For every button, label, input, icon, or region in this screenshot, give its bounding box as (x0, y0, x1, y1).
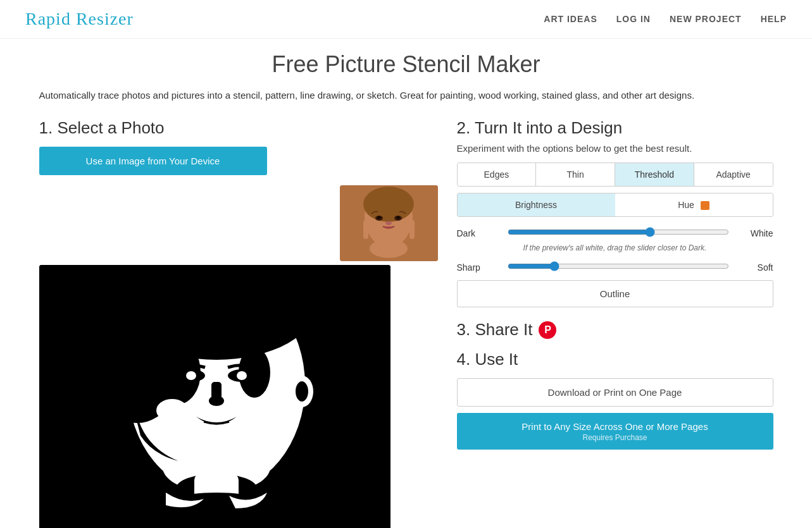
logo[interactable]: Rapid Resizer (25, 9, 134, 29)
brightness-slider[interactable] (508, 227, 729, 237)
photo-area (39, 185, 438, 528)
hue-color-dot (701, 201, 709, 210)
svg-rect-31 (211, 382, 222, 404)
right-column: 2. Turn It into a Design Experiment with… (457, 118, 773, 528)
svg-point-28 (248, 401, 273, 420)
step2-heading: 2. Turn It into a Design (457, 118, 773, 138)
svg-rect-8 (363, 220, 368, 239)
nav-login[interactable]: LOG IN (616, 14, 651, 24)
print-button-text: Print to Any Size Across One or More Pag… (522, 421, 708, 432)
stencil-svg (39, 265, 390, 528)
logo-text: Rapid Resizer (25, 9, 134, 28)
brightness-hint: If the preview's all white, drag the sli… (457, 243, 773, 252)
nav-links: ART IDEAS LOG IN NEW PROJECT HELP (544, 13, 787, 25)
mode-tabs: Edges Thin Threshold Adaptive (457, 163, 773, 187)
svg-point-26 (153, 300, 280, 350)
step3-heading-text: 3. Share It (457, 320, 533, 340)
brightness-left-label: Dark (457, 228, 501, 238)
upload-image-button[interactable]: Use an Image from Your Device (39, 147, 267, 175)
filter-tabs: Brightness Hue (457, 193, 773, 217)
page-subtitle: Automatically trace photos and pictures … (39, 88, 773, 103)
tab-hue[interactable]: Hue (615, 193, 773, 216)
source-photo-thumbnail (340, 185, 438, 261)
step1-heading: 1. Select a Photo (39, 118, 438, 138)
tab-brightness[interactable]: Brightness (458, 193, 615, 216)
svg-point-7 (385, 221, 392, 225)
svg-point-6 (396, 216, 400, 219)
nav-help[interactable]: HELP (761, 14, 787, 24)
outline-button[interactable]: Outline (457, 280, 773, 307)
download-print-button[interactable]: Download or Print on One Page (457, 378, 773, 407)
hint-dark-word: Dark (689, 243, 704, 252)
sharpness-left-label: Sharp (457, 262, 501, 273)
step3-heading: 3. Share It P (457, 320, 773, 340)
step4-section: 4. Use It Download or Print on One Page … (457, 350, 773, 450)
page-title: Free Picture Stencil Maker (39, 51, 773, 78)
step3-section: 3. Share It P (457, 320, 773, 340)
print-requires-purchase: Requires Purchase (465, 433, 765, 447)
brightness-right-label: White (735, 228, 773, 238)
nav-new-project[interactable]: NEW PROJECT (670, 14, 742, 24)
tab-threshold[interactable]: Threshold (615, 163, 694, 186)
brightness-slider-row: Dark White (457, 227, 773, 240)
print-size-button[interactable]: Print to Any Size Across One or More Pag… (457, 413, 773, 450)
svg-point-30 (296, 381, 308, 402)
nav-art-ideas[interactable]: ART IDEAS (544, 14, 597, 24)
sharpness-slider[interactable] (508, 261, 729, 271)
source-photo-svg (340, 185, 438, 261)
svg-point-19 (186, 371, 196, 380)
svg-point-27 (156, 399, 188, 422)
brightness-slider-wrap (508, 227, 729, 240)
svg-point-20 (237, 371, 247, 380)
sharpness-right-label: Soft (735, 262, 773, 273)
experiment-text: Experiment with the options below to get… (457, 143, 773, 154)
header: Rapid Resizer ART IDEAS LOG IN NEW PROJE… (0, 0, 812, 39)
hue-label: Hue (678, 200, 694, 210)
svg-point-2 (363, 187, 414, 222)
sharpness-slider-wrap (508, 261, 729, 274)
tab-adaptive[interactable]: Adaptive (694, 163, 773, 186)
tab-thin[interactable]: Thin (536, 163, 615, 186)
svg-point-5 (377, 216, 381, 219)
pinterest-icon[interactable]: P (539, 321, 556, 339)
svg-point-10 (370, 239, 408, 258)
sharpness-slider-row: Sharp Soft (457, 261, 773, 274)
svg-rect-9 (409, 220, 415, 239)
step4-heading: 4. Use It (457, 350, 773, 369)
main-content: Free Picture Stencil Maker Automatically… (14, 39, 799, 528)
left-column: 1. Select a Photo Use an Image from Your… (39, 118, 438, 528)
two-column-layout: 1. Select a Photo Use an Image from Your… (39, 118, 773, 528)
tab-edges[interactable]: Edges (458, 163, 537, 186)
stencil-preview (39, 265, 390, 528)
